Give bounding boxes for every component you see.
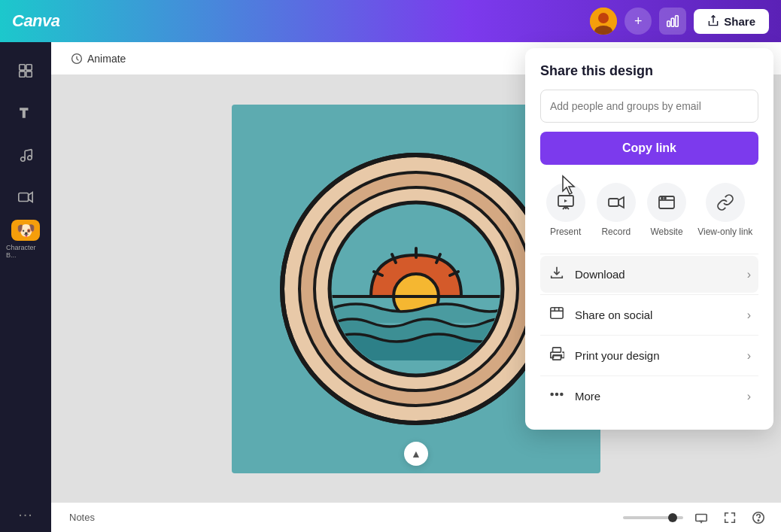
present-label: Present xyxy=(550,226,581,237)
svg-point-55 xyxy=(561,394,563,396)
more-icon xyxy=(548,387,566,406)
zoom-slider[interactable] xyxy=(623,516,683,519)
svg-marker-41 xyxy=(564,199,567,202)
download-label: Download xyxy=(575,268,738,281)
svg-point-53 xyxy=(551,394,553,396)
share-panel-title: Share this design xyxy=(540,63,758,79)
svg-point-47 xyxy=(664,198,666,199)
svg-rect-49 xyxy=(551,308,563,319)
svg-rect-7 xyxy=(20,65,25,70)
website-icon xyxy=(647,183,686,222)
svg-point-13 xyxy=(28,156,32,160)
fullscreen-button[interactable] xyxy=(719,507,740,528)
bottombar: Notes xyxy=(51,502,781,532)
svg-text:T: T xyxy=(20,106,28,120)
more-arrow: › xyxy=(747,390,751,403)
share-social-arrow: › xyxy=(747,309,751,322)
svg-marker-43 xyxy=(618,197,624,208)
print-option[interactable]: Print your design › xyxy=(540,337,758,374)
svg-rect-9 xyxy=(20,71,25,77)
svg-point-46 xyxy=(661,198,663,199)
svg-rect-4 xyxy=(671,18,674,26)
share-button-label: Share xyxy=(724,15,755,28)
email-input[interactable] xyxy=(540,90,758,123)
sidebar-item-video[interactable] xyxy=(6,178,45,217)
download-arrow: › xyxy=(747,268,751,281)
sidebar-item-text[interactable]: T xyxy=(6,93,45,132)
fit-screen-button[interactable] xyxy=(691,507,712,528)
svg-marker-18 xyxy=(29,193,32,202)
divider-1 xyxy=(540,254,758,254)
help-button[interactable] xyxy=(748,507,769,528)
download-option[interactable]: Download › xyxy=(540,256,758,293)
website-label: Website xyxy=(650,226,682,237)
add-button[interactable]: + xyxy=(624,8,652,35)
svg-rect-10 xyxy=(26,71,32,77)
view-only-link-option[interactable]: View-only link xyxy=(693,178,757,242)
svg-point-1 xyxy=(598,13,609,23)
sidebar-more-button[interactable]: ··· xyxy=(18,506,33,523)
divider-2 xyxy=(540,294,758,295)
sidebar-item-elements[interactable] xyxy=(6,51,45,90)
svg-rect-3 xyxy=(667,21,670,26)
svg-point-38 xyxy=(758,519,758,520)
print-label: Print your design xyxy=(575,349,738,362)
share-social-label: Share on social xyxy=(575,309,738,321)
app-thumbnail: 🐶 xyxy=(11,220,40,241)
print-icon xyxy=(548,346,566,365)
more-option[interactable]: More › xyxy=(540,378,758,415)
avatar[interactable] xyxy=(590,8,617,35)
animate-button[interactable]: Animate xyxy=(63,50,133,68)
share-button[interactable]: Share xyxy=(694,9,769,34)
sidebar-item-apps[interactable]: 🐶 Character B... xyxy=(6,220,45,259)
sidebar-item-music[interactable] xyxy=(6,135,45,175)
share-social-icon xyxy=(548,306,566,324)
divider-3 xyxy=(540,335,758,336)
divider-4 xyxy=(540,375,758,376)
svg-rect-51 xyxy=(553,348,561,352)
bottom-controls xyxy=(623,507,769,528)
logo: Canva xyxy=(12,11,60,31)
present-option[interactable]: Present xyxy=(542,178,590,242)
copy-link-button[interactable]: Copy link xyxy=(540,132,758,165)
svg-rect-32 xyxy=(332,295,500,298)
record-icon xyxy=(597,183,636,222)
present-icon xyxy=(546,183,585,222)
sidebar: T 🐶 Character B... ··· xyxy=(0,42,51,532)
record-option[interactable]: Record xyxy=(592,178,640,242)
svg-rect-8 xyxy=(26,65,32,70)
notes-button[interactable]: Notes xyxy=(63,509,101,526)
analytics-button[interactable] xyxy=(659,8,686,35)
record-label: Record xyxy=(601,226,631,237)
more-label: More xyxy=(575,390,738,403)
svg-rect-17 xyxy=(19,193,29,202)
topbar: Canva + Share xyxy=(0,0,781,42)
svg-rect-42 xyxy=(609,199,618,206)
svg-point-12 xyxy=(21,157,25,162)
download-icon xyxy=(548,265,566,284)
share-social-option[interactable]: Share on social › xyxy=(540,296,758,333)
svg-rect-34 xyxy=(696,514,707,521)
website-option[interactable]: Website xyxy=(643,178,691,242)
print-arrow: › xyxy=(747,349,751,363)
collapse-button[interactable]: ▲ xyxy=(404,442,428,466)
svg-point-54 xyxy=(556,394,558,396)
svg-rect-5 xyxy=(676,16,679,26)
view-only-link-label: View-only link xyxy=(697,226,752,237)
svg-line-16 xyxy=(25,150,32,151)
share-icons-row: Present Record Website xyxy=(540,178,758,242)
sidebar-apps-label: Character B... xyxy=(6,244,45,259)
share-panel: Share this design Copy link Present xyxy=(525,48,773,430)
view-only-link-icon xyxy=(706,183,745,222)
